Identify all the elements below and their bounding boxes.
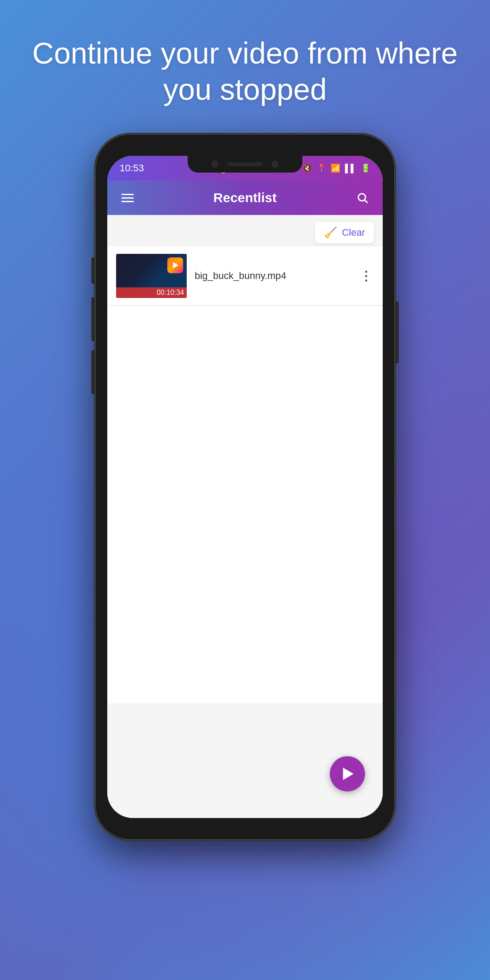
app-bar: Recentlist [107,181,383,215]
camera-sensor [271,161,279,168]
phone-screen: 10:53 🧑 🔇 📍 📶 ▌▌ 🔋 [107,156,383,818]
video-thumbnail: 00:10:34 [116,254,187,298]
more-dot-1 [365,271,367,273]
more-dot-2 [365,275,367,277]
broom-icon: 🧹 [324,226,337,239]
mute-icon: 🔇 [302,163,312,173]
video-list-item[interactable]: 00:10:34 big_buck_bunny.mp4 [107,247,383,305]
content-area: 🧹 Clear [107,215,383,818]
clear-row: 🧹 Clear [107,215,383,247]
video-info: big_buck_bunny.mp4 [195,270,350,282]
status-time: 10:53 [120,162,144,174]
hero-title: Continue your video from where you stopp… [0,0,490,134]
menu-button[interactable] [118,188,137,207]
video-duration: 00:10:34 [116,287,187,298]
empty-list-area [107,306,383,703]
svg-line-1 [365,200,367,203]
wifi-icon: 📶 [331,163,340,173]
hamburger-icon [121,194,134,202]
phone-button-volume-up [91,297,95,341]
phone-device: 10:53 🧑 🔇 📍 📶 ▌▌ 🔋 [95,134,395,840]
status-icons: 🔇 📍 📶 ▌▌ 🔋 [302,163,370,173]
phone-button-right [395,302,399,363]
app-logo-icon [167,257,183,273]
clear-label: Clear [342,227,365,238]
app-title: Recentlist [213,190,276,205]
phone-button-volume-down [91,350,95,394]
search-button[interactable] [353,188,372,207]
clear-button[interactable]: 🧹 Clear [315,222,374,243]
location-icon: 📍 [317,163,326,173]
phone-button-power [91,257,95,284]
search-icon [356,192,369,204]
svg-point-0 [358,194,366,201]
camera-lens [211,161,219,168]
more-options-button[interactable] [358,268,374,284]
phone-speaker [227,162,263,166]
phone-camera-notch [188,156,302,173]
video-filename: big_buck_bunny.mp4 [195,270,286,281]
signal-icon: ▌▌ [345,164,356,173]
battery-icon: 🔋 [361,163,370,173]
fab-play-button[interactable] [330,756,365,792]
fab-play-icon [343,768,354,780]
more-dot-3 [365,279,367,282]
